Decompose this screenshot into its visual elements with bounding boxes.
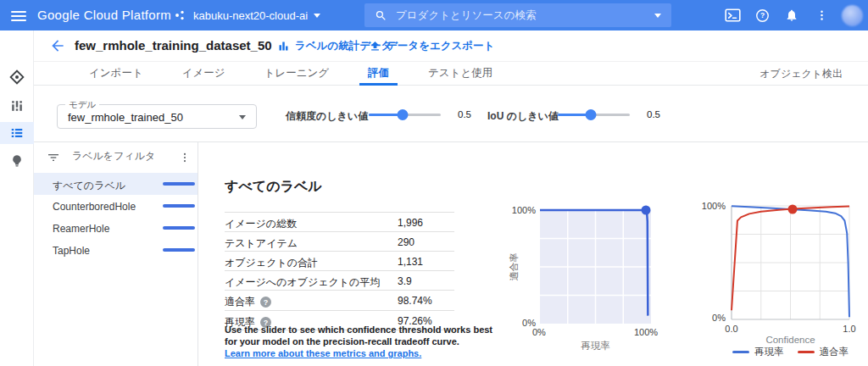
stat-label-text: 適合率: [225, 295, 255, 309]
filter-menu-dots-icon[interactable]: [179, 150, 191, 165]
export-upload-icon: [369, 40, 381, 53]
table-row: 適合率 ? 98.74%: [225, 290, 454, 310]
confidence-chart-canvas: [732, 206, 849, 319]
global-search[interactable]: [364, 3, 671, 27]
divider: [198, 142, 198, 366]
chevron-down-icon: [314, 14, 320, 18]
rail-item-vision-home[interactable]: [0, 66, 34, 88]
table-row: テストアイテム 290: [225, 231, 454, 251]
iou-threshold-slider[interactable]: [558, 114, 630, 116]
page-title: few_rmhole_training_dataset_50: [75, 38, 272, 53]
pr-curve-point[interactable]: [642, 206, 651, 215]
search-scope-caret-icon[interactable]: [654, 14, 661, 18]
dataset-title-bar: few_rmhole_training_dataset_50 ラベルの統計データ…: [34, 30, 868, 62]
pr-chart-x-axis-title: 再現率: [540, 340, 651, 352]
help-icon[interactable]: ?: [753, 6, 771, 25]
more-options-icon[interactable]: [812, 6, 831, 25]
rail-item-datasets[interactable]: [0, 95, 34, 117]
tab-bar: インポート イメージ トレーニング 評価 テストと使用 オブジェクト検出: [34, 62, 868, 86]
notifications-bell-icon[interactable]: [782, 6, 801, 25]
iou-threshold-value: 0.5: [647, 109, 660, 119]
bar-chart-icon: [277, 40, 290, 53]
iou-threshold-label: IoU のしきい値: [487, 109, 559, 124]
project-name: kabuku-next20-cloud-ai: [193, 9, 308, 22]
label-row-taphole[interactable]: TapHole: [34, 239, 198, 261]
vision-diamond-icon: [8, 68, 26, 86]
tabs: インポート イメージ トレーニング 評価 テストと使用: [81, 62, 501, 86]
top-navigation-bar: Google Cloud Platform kabuku-next20-clou…: [0, 0, 868, 30]
precision-swatch: [798, 351, 815, 353]
tab-evaluation[interactable]: 評価: [359, 62, 398, 86]
model-select[interactable]: モデル few_rmhole_trained_50: [57, 104, 257, 129]
product-logo[interactable]: Google Cloud Platform: [37, 0, 171, 30]
chevron-down-icon: [239, 115, 246, 119]
back-arrow-icon[interactable]: [49, 37, 68, 56]
label-score-bar: [163, 248, 195, 252]
stat-value: 98.74%: [398, 295, 432, 307]
label-score-bar: [163, 182, 195, 186]
pr-chart-xtick-100: 100%: [634, 327, 658, 337]
label-name: すべてのラベル: [53, 179, 125, 193]
tab-test-and-use[interactable]: テストと使用: [420, 62, 501, 86]
project-picker[interactable]: kabuku-next20-cloud-ai: [174, 0, 320, 30]
stat-value: 1,996: [398, 217, 423, 229]
label-filter-box: [34, 142, 198, 174]
table-row: オブジェクトの合計 1,131: [225, 251, 454, 270]
stat-label: テストアイテム: [225, 236, 298, 251]
vertical-icon-rail: [0, 30, 34, 366]
pr-curve-chart: [540, 210, 651, 324]
learn-more-link[interactable]: Learn more about these metrics and graph…: [225, 348, 421, 358]
label-row-reamerhole[interactable]: ReamerHole: [34, 217, 198, 239]
datasets-icon: [8, 97, 25, 114]
stat-label: オブジェクトの合計: [225, 256, 318, 270]
tab-training[interactable]: トレーニング: [256, 62, 337, 86]
stat-value: 290: [398, 236, 415, 248]
label-score-bar: [163, 204, 195, 208]
label-row-all-labels[interactable]: すべてのラベル: [34, 173, 198, 195]
search-input[interactable]: [396, 9, 654, 21]
label-row-counterboredhole[interactable]: CounterboredHole: [34, 195, 198, 217]
avatar[interactable]: [842, 5, 863, 26]
conf-chart-xtick-1: 1.0: [841, 324, 858, 334]
tab-images[interactable]: イメージ: [174, 62, 234, 86]
model-select-value: few_rmhole_trained_50: [68, 111, 183, 124]
gcp-automl-evaluation-page: Google Cloud Platform kabuku-next20-clou…: [0, 0, 868, 366]
filter-icon: [47, 151, 60, 164]
rail-item-evaluate-list[interactable]: [0, 122, 34, 144]
project-icon: [174, 8, 187, 22]
stat-value: 3.9: [398, 275, 412, 287]
list-icon: [8, 125, 25, 141]
tab-import[interactable]: インポート: [81, 62, 152, 86]
conf-chart-ytick-0: 0%: [698, 313, 726, 323]
cloud-shell-icon[interactable]: [723, 6, 742, 25]
label-name: TapHole: [53, 245, 90, 257]
section-heading: すべてのラベル: [225, 178, 322, 196]
export-data-button[interactable]: データをエクスポート: [369, 39, 494, 53]
conf-chart-x-axis-title: Confidence: [732, 335, 849, 345]
pr-chart-y-axis-title: 適合率: [508, 250, 520, 284]
lightbulb-icon: [9, 153, 25, 169]
confidence-threshold-point[interactable]: [788, 204, 798, 214]
metrics-table: イメージの総数 1,996 テストアイテム 290 オブジェクトの合計 1,13…: [225, 212, 454, 330]
recall-swatch: [732, 351, 749, 353]
note-text: Use the slider to see which confidence t…: [225, 324, 492, 347]
search-icon: [375, 9, 387, 22]
legend-label: 再現率: [754, 346, 784, 358]
label-filter-input[interactable]: [72, 150, 170, 162]
top-actions: ?: [723, 0, 863, 30]
slider-help-note: Use the slider to see which confidence t…: [225, 324, 496, 359]
table-row: イメージへのオブジェクトの平均 3.9: [225, 270, 454, 290]
help-icon[interactable]: ?: [260, 297, 271, 308]
conf-chart-xtick-0: 0.0: [723, 324, 740, 334]
legend-item-recall: 再現率: [732, 346, 784, 358]
rail-item-predict[interactable]: [0, 150, 34, 172]
chart-legend: 再現率 適合率: [716, 346, 865, 358]
table-row: イメージの総数 1,996: [225, 212, 454, 231]
iou-slider-thumb[interactable]: [586, 109, 597, 120]
confidence-threshold-slider[interactable]: [369, 114, 441, 116]
confidence-threshold-label: 信頼度のしきい値: [286, 109, 368, 124]
confidence-slider-thumb[interactable]: [397, 109, 408, 120]
pr-chart-canvas: [540, 210, 651, 324]
hamburger-menu-icon[interactable]: [8, 7, 29, 24]
legend-label: 適合率: [820, 346, 849, 358]
